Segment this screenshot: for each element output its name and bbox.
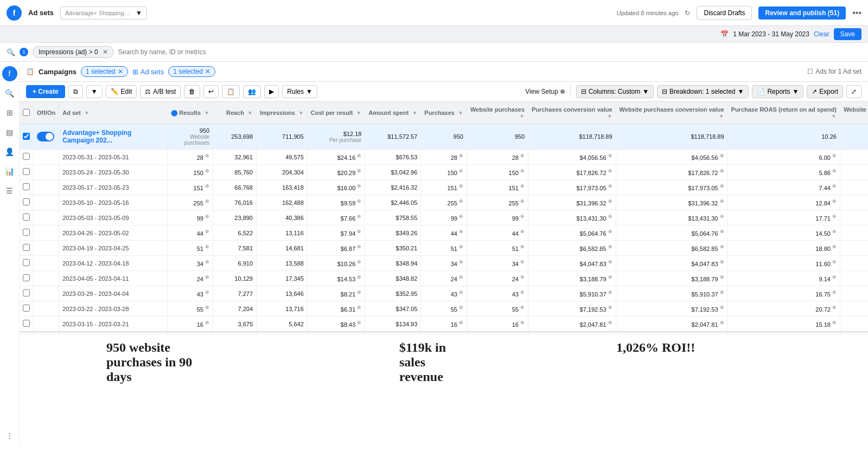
th-purchases[interactable]: Purchases ▼ <box>421 102 467 124</box>
table-row[interactable]: 2023-03-15 - 2023-03-21 16 ⊕ 3,675 5,642… <box>20 317 868 332</box>
impressions-filter-chip[interactable]: Impressions (ad) > 0 ✕ <box>33 46 114 58</box>
th-website-purchase-roas[interactable]: Website purchase ROAS (return on...) ▼ <box>840 102 868 124</box>
date-range[interactable]: 1 Mar 2023 - 31 May 2023 <box>733 30 809 38</box>
undo-button[interactable]: ↩ <box>203 85 219 98</box>
copy-button[interactable]: ⧉ <box>68 85 83 98</box>
row-checkbox-9[interactable] <box>20 286 34 301</box>
table-row[interactable]: 2023-05-10 - 2023-05-16 255 ⊕ 76,016 162… <box>20 195 868 210</box>
th-adset[interactable]: Ad set ▼ <box>59 102 168 124</box>
columns-icon: ⊟ <box>581 88 586 95</box>
th-reach[interactable]: Reach ▼ <box>213 102 257 124</box>
row-impressions-6: 14,681 <box>257 241 308 256</box>
th-results[interactable]: ⬤ Results ▼ <box>168 102 213 124</box>
refresh-icon[interactable]: ↻ <box>685 9 690 17</box>
row-results-3: 255 ⊕ <box>168 195 213 210</box>
row-website-conv-value: $118,718.89 <box>616 124 727 150</box>
table-row[interactable]: 2023-05-03 - 2023-05-09 99 ⊕ 23,890 40,3… <box>20 210 868 225</box>
row-checkbox[interactable] <box>20 124 34 150</box>
row-results-10: 55 ⊕ <box>168 301 213 317</box>
row-checkbox-5[interactable] <box>20 225 34 241</box>
th-purchases-conv-value[interactable]: Purchases conversion value ▼ <box>528 102 616 124</box>
duplicate-button[interactable]: 📋 <box>222 85 240 98</box>
row-checkbox-3[interactable] <box>20 195 34 210</box>
row-toggle-9 <box>34 286 59 301</box>
row-campaign-name[interactable]: Advantage+ Shopping Campaign 202... <box>59 124 168 150</box>
table-row[interactable]: 2023-04-19 - 2023-04-25 51 ⊕ 7,581 14,68… <box>20 241 868 256</box>
discard-drafts-button[interactable]: Discard Drafts <box>697 6 752 20</box>
row-checkbox-8[interactable] <box>20 271 34 286</box>
ab-test-button[interactable]: ⚖ A/B test <box>140 85 181 98</box>
row-impressions-10: 13,716 <box>257 301 308 317</box>
th-onoff[interactable]: Off/On <box>34 102 59 124</box>
create-button[interactable]: + Create <box>26 85 65 98</box>
sidebar-icon-user[interactable]: 👤 <box>2 144 17 159</box>
row-checkbox-6[interactable] <box>20 241 34 256</box>
sidebar-icon-meta[interactable]: f <box>2 66 17 81</box>
meta-logo[interactable]: f <box>7 5 22 21</box>
sidebar-icon-menu[interactable]: ⋮ <box>2 428 17 443</box>
campaigns-selected-close-icon[interactable]: ✕ <box>118 68 123 75</box>
sidebar-icon-search[interactable]: 🔍 <box>2 86 17 101</box>
th-impressions[interactable]: Impressions ▼ <box>257 102 308 124</box>
export-button[interactable]: ↗ Export <box>807 85 843 98</box>
row-toggle-0 <box>34 150 59 165</box>
edit-button[interactable]: ✏️ Edit <box>106 85 137 98</box>
row-toggle-8 <box>34 271 59 286</box>
th-website-purchases[interactable]: Website purchases ▼ <box>467 102 528 124</box>
select-all-checkbox[interactable] <box>20 102 34 124</box>
row-checkbox-4[interactable] <box>20 210 34 225</box>
row-purchases-conv-11: $2,047.81 ⊕ <box>528 317 616 332</box>
sidebar-icon-grid[interactable]: ⊞ <box>2 105 17 120</box>
table-row[interactable]: 2023-05-17 - 2023-05-23 151 ⊕ 66,768 163… <box>20 180 868 195</box>
row-web-roas-2: 7.44 ⊕ <box>840 180 868 195</box>
th-purchase-roas[interactable]: Purchase ROAS (return on ad spend) ▼ <box>727 102 840 124</box>
row-cost-2: $16.00 ⊕ <box>307 180 365 195</box>
table-row[interactable]: 2023-04-05 - 2023-04-11 24 ⊕ 10,129 17,3… <box>20 271 868 286</box>
th-amount-spent[interactable]: Amount spent ▼ <box>365 102 421 124</box>
expand-button[interactable]: ⤢ <box>846 85 861 98</box>
more-button[interactable]: ▶ <box>264 85 279 98</box>
filter-chip-close-icon[interactable]: ✕ <box>103 48 108 56</box>
row-checkbox-10[interactable] <box>20 301 34 317</box>
th-cost-per-result[interactable]: Cost per result ▼ <box>307 102 365 124</box>
row-web-conv-3: $31,396.32 ⊕ <box>616 195 727 210</box>
table-row[interactable]: 2023-04-12 - 2023-04-18 34 ⊕ 6,910 13,58… <box>20 256 868 271</box>
th-website-purchases-conv-value[interactable]: Website purchases conversion value ▼ <box>616 102 727 124</box>
breakdown-button[interactable]: ⊟ Breakdown: 1 selected ▼ <box>657 85 749 98</box>
table-row[interactable]: 2023-04-26 - 2023-05-02 44 ⊕ 6,522 13,11… <box>20 225 868 241</box>
delete-button[interactable]: 🗑 <box>184 85 200 98</box>
row-checkbox-11[interactable] <box>20 317 34 332</box>
ad-sets-nav[interactable]: ⊞ Ad sets <box>132 68 164 76</box>
row-checkbox-0[interactable] <box>20 150 34 165</box>
view-setup[interactable]: View Setup <box>525 88 565 95</box>
sidebar-icon-layers[interactable]: ▤ <box>2 125 17 140</box>
table-row[interactable]: 2023-03-29 - 2023-04-04 43 ⊕ 7,277 13,64… <box>20 286 868 301</box>
row-reach-11: 3,675 <box>213 317 257 332</box>
toolbar-more-button[interactable]: ▼ <box>86 85 103 98</box>
assign-button[interactable]: 👥 <box>243 85 261 98</box>
save-button[interactable]: Save <box>834 28 861 40</box>
row-checkbox-2[interactable] <box>20 180 34 195</box>
sidebar-icon-chart[interactable]: 📊 <box>2 164 17 179</box>
sidebar-icon-list[interactable]: ☰ <box>2 183 17 198</box>
reports-button[interactable]: 📄 Reports ▼ <box>752 85 803 98</box>
rules-button[interactable]: Rules ▼ <box>282 85 317 98</box>
row-checkbox-1[interactable] <box>20 165 34 180</box>
review-publish-button[interactable]: Review and publish (51) <box>758 7 846 20</box>
search-input[interactable] <box>118 48 861 56</box>
ad-sets-selected-badge[interactable]: 1 selected ✕ <box>168 66 215 77</box>
table-row[interactable]: 2023-03-22 - 2023-03-28 55 ⊕ 7,204 13,71… <box>20 301 868 317</box>
reach-sort-icon: ▼ <box>247 110 253 116</box>
row-toggle-3 <box>34 195 59 210</box>
table-row[interactable]: 2023-05-31 - 2023-05-31 28 ⊕ 32,961 49,5… <box>20 150 868 165</box>
campaigns-selected-badge[interactable]: 1 selected ✕ <box>81 66 128 77</box>
columns-button[interactable]: ⊟ Columns: Custom ▼ <box>576 85 654 98</box>
clear-button[interactable]: Clear <box>814 30 829 38</box>
row-checkbox-7[interactable] <box>20 256 34 271</box>
ad-sets-selected-close-icon[interactable]: ✕ <box>205 68 210 75</box>
table-row[interactable]: 2023-05-24 - 2023-05-30 150 ⊕ 85,760 204… <box>20 165 868 180</box>
row-toggle[interactable] <box>34 124 59 150</box>
campaign-main-row[interactable]: Advantage+ Shopping Campaign 202... 950 … <box>20 124 868 150</box>
more-options-icon[interactable]: ••• <box>852 8 861 18</box>
ad-sets-dropdown[interactable]: Advantage+ Shopping... ▼ <box>60 7 147 20</box>
